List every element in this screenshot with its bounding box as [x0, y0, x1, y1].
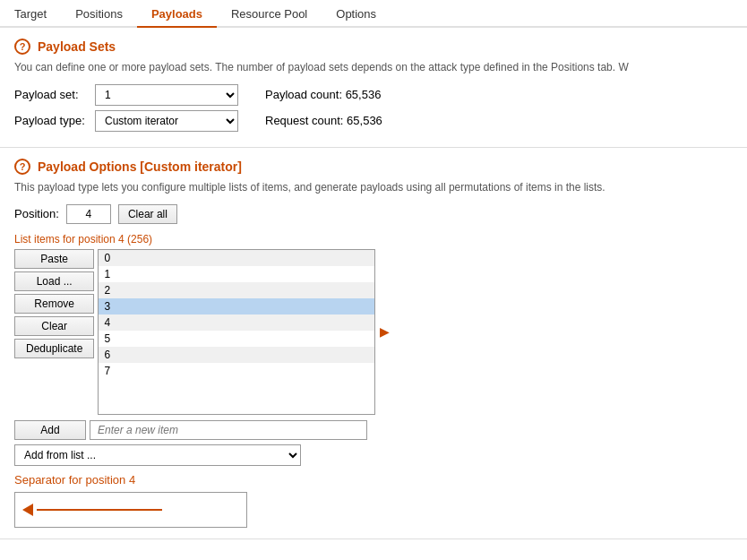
list-box[interactable]: 0 1 2 3 4 5 6 7 — [98, 249, 375, 415]
request-count-label: Request count: — [265, 114, 343, 127]
separator-arrow-icon — [22, 504, 162, 516]
list-button-group: Paste Load ... Remove Clear Deduplicate — [14, 249, 94, 415]
request-count-info: Request count: 65,536 — [265, 114, 382, 127]
payload-options-section: ? Payload Options [Custom iterator] This… — [0, 148, 747, 539]
payload-set-select[interactable]: 1 — [95, 84, 238, 106]
tab-positions[interactable]: Positions — [61, 2, 137, 26]
add-row: Add — [14, 420, 733, 440]
remove-button[interactable]: Remove — [14, 294, 94, 314]
request-count-value: 65,536 — [347, 114, 382, 127]
list-item[interactable]: 6 — [99, 347, 374, 363]
clear-all-button[interactable]: Clear all — [118, 204, 177, 224]
add-from-list-container: Add from list ... — [14, 444, 733, 466]
list-item[interactable]: 7 — [99, 363, 374, 379]
payload-set-label: Payload set: — [14, 88, 95, 101]
list-label: List items for position 4 (256) — [14, 233, 733, 246]
payload-options-header: ? Payload Options [Custom iterator] — [14, 159, 733, 175]
payload-type-label: Payload type: — [14, 114, 95, 127]
payload-count-label: Payload count: — [265, 88, 342, 101]
paste-button[interactable]: Paste — [14, 249, 94, 269]
tab-target[interactable]: Target — [0, 2, 61, 26]
tab-payloads[interactable]: Payloads — [137, 2, 217, 26]
position-label: Position: — [14, 207, 59, 220]
list-item[interactable]: 3 — [99, 298, 374, 314]
position-input[interactable] — [66, 204, 111, 224]
payload-count-info: Payload count: 65,536 — [265, 88, 381, 101]
payload-count-value: 65,536 — [346, 88, 382, 101]
separator-box[interactable] — [14, 492, 247, 528]
position-row: Position: Clear all — [14, 204, 733, 224]
payload-options-title: Payload Options [Custom iterator] — [38, 159, 242, 174]
payload-set-row: Payload set: 1 Payload count: 65,536 — [14, 84, 733, 106]
add-button[interactable]: Add — [14, 420, 86, 440]
tab-resource-pool[interactable]: Resource Pool — [217, 2, 322, 26]
payload-options-help-icon[interactable]: ? — [14, 159, 30, 175]
payload-type-row: Payload type: Custom iterator Request co… — [14, 110, 733, 132]
payload-sets-help-icon[interactable]: ? — [14, 39, 30, 55]
payload-sets-header: ? Payload Sets — [14, 39, 733, 55]
payload-sets-section: ? Payload Sets You can define one or mor… — [0, 28, 747, 148]
payload-type-select[interactable]: Custom iterator — [95, 110, 238, 132]
payload-sets-description: You can define one or more payload sets.… — [14, 60, 733, 75]
payload-sets-title: Payload Sets — [38, 39, 116, 54]
list-item[interactable]: 4 — [99, 314, 374, 331]
tab-options[interactable]: Options — [322, 2, 391, 26]
list-item[interactable]: 5 — [99, 331, 374, 347]
add-input[interactable] — [90, 420, 367, 440]
add-from-list-select[interactable]: Add from list ... — [14, 444, 301, 466]
deduplicate-button[interactable]: Deduplicate — [14, 339, 94, 358]
list-arrow-icon: ▶ — [380, 324, 390, 339]
clear-button[interactable]: Clear — [14, 316, 94, 336]
list-container: Paste Load ... Remove Clear Deduplicate … — [14, 249, 733, 415]
tab-bar: Target Positions Payloads Resource Pool … — [0, 0, 747, 28]
list-item[interactable]: 2 — [99, 282, 374, 298]
list-item[interactable]: 1 — [99, 266, 374, 282]
payload-options-description: This payload type lets you configure mul… — [14, 180, 733, 195]
list-item[interactable]: 0 — [99, 250, 374, 266]
load-button[interactable]: Load ... — [14, 271, 94, 291]
separator-label: Separator for position 4 — [14, 473, 733, 487]
